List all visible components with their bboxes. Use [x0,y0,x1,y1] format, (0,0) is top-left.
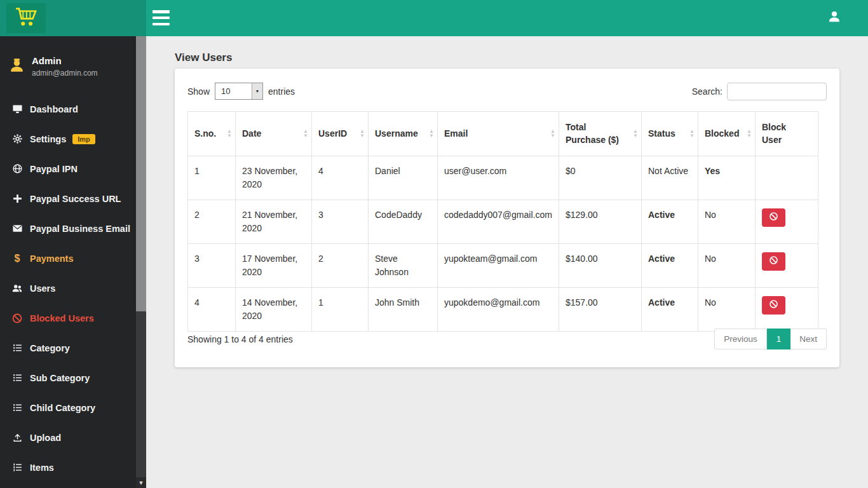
sort-icon: ▲▼ [227,129,232,138]
cell-date: 23 November, 2020 [236,156,312,200]
sidebar-item-paypal-ipn[interactable]: Paypal IPN [0,154,146,184]
cell-date: 21 November, 2020 [236,200,312,243]
chevron-down-icon: ▼ [139,480,144,486]
sidebar-toggle-button[interactable] [153,10,170,25]
column-header-userid[interactable]: UserID▲▼ [312,112,369,156]
sidebar-item-settings[interactable]: Settings Imp [0,124,146,154]
cell-username: Daniel [369,156,438,200]
cart-icon [14,5,38,32]
sidebar-item-label: Paypal Business Email [30,224,130,234]
cell-username: John Smith [369,287,438,331]
sidebar-item-dashboard[interactable]: Dashboard [0,94,146,124]
cell-status: Not Active [642,156,698,200]
block-user-button[interactable] [762,252,785,271]
cell-total: $129.00 [559,200,642,243]
cell-block-user [756,200,818,243]
sidebar-item-items[interactable]: Items [0,452,146,482]
sidebar-item-label: Upload [30,433,61,443]
sidebar-item-users[interactable]: Users [0,273,146,303]
search-input[interactable] [727,83,827,100]
account-menu-button[interactable] [826,10,843,26]
cell-email: codedaddy007@gmail.com [438,200,559,243]
cell-email: user@user.com [438,156,559,200]
column-header-username[interactable]: Username▲▼ [369,112,438,156]
page-title: View Users [175,51,232,64]
sidebar-item-upload[interactable]: Upload [0,423,146,452]
column-header-blocked[interactable]: Blocked▲▼ [698,112,756,156]
sidebar-scrollbar-thumb[interactable] [136,36,146,311]
select-dropdown-icon: ▼ [252,83,262,99]
column-header-sno[interactable]: S.no.▲▼ [188,112,236,156]
list-icon [10,402,24,413]
cell-total: $140.00 [559,243,642,287]
sort-icon: ▲▼ [747,129,752,138]
ban-icon [769,212,778,223]
sidebar-item-label: Items [30,463,54,473]
cell-block-user [756,243,818,287]
dollar-icon: $ [10,253,24,264]
page-length-select[interactable]: 10 ▼ [215,83,263,100]
users-table: S.no.▲▼ Date▲▼ UserID▲▼ Username▲▼ Email… [187,111,818,332]
sidebar-item-label: Dashboard [30,104,78,114]
table-row: 3 17 November, 2020 2 Steve Johnson yupo… [188,243,818,287]
cell-block-user [756,287,818,331]
upload-icon [10,432,24,443]
sidebar-item-paypal-success-url[interactable]: Paypal Success URL [0,184,146,214]
pagination-previous[interactable]: Previous [714,329,767,349]
sidebar-item-label: Paypal IPN [30,164,78,174]
search-label: Search: [692,86,722,97]
cell-block-user [756,156,818,200]
sidebar-item-category[interactable]: Category [0,333,146,363]
entries-label: entries [268,86,295,97]
ban-icon [769,299,778,311]
sort-icon: ▲▼ [429,129,434,138]
cell-blocked: No [698,243,756,287]
cell-username: CodeDaddy [369,200,438,243]
sidebar-item-blocked-users[interactable]: Blocked Users [0,303,146,333]
block-user-button[interactable] [762,208,785,227]
topbar [0,0,868,36]
list-icon [10,372,24,383]
sidebar-item-label: Sub Category [30,373,90,383]
column-header-total-purchase[interactable]: Total Purchase ($)▲▼ [559,112,642,156]
sidebar: Admin admin@admin.com Dashboard Settings… [0,36,146,488]
cell-total: $0 [559,156,642,200]
cell-username: Steve Johnson [369,243,438,287]
imp-badge: Imp [72,134,95,144]
column-header-status[interactable]: Status▲▼ [642,112,698,156]
sidebar-item-child-category[interactable]: Child Category [0,393,146,423]
sidebar-item-label: Settings [30,134,66,144]
table-info: Showing 1 to 4 of 4 entries [187,334,293,344]
profile-name: Admin [32,55,98,66]
pagination: Previous 1 Next [714,329,827,349]
cell-userid: 3 [312,200,369,243]
sidebar-item-label: Blocked Users [30,313,94,323]
cell-blocked: No [698,287,756,331]
pagination-next[interactable]: Next [790,329,827,349]
cell-status: Active [642,243,698,287]
sidebar-item-label: Payments [30,254,74,264]
cell-sno: 4 [188,287,236,331]
page-length-value: 10 [215,83,252,99]
sidebar-item-sub-category[interactable]: Sub Category [0,363,146,393]
hamburger-icon [153,10,170,13]
column-header-block-user[interactable]: Block User [756,112,818,156]
sidebar-item-payments[interactable]: $ Payments [0,243,146,273]
table-header-row: S.no.▲▼ Date▲▼ UserID▲▼ Username▲▼ Email… [188,112,818,156]
search-control: Search: [692,83,827,100]
users-icon [10,283,24,294]
cell-email: yupokteam@gmail.com [438,243,559,287]
table-row: 2 21 November, 2020 3 CodeDaddy codedadd… [188,200,818,243]
pagination-page-1[interactable]: 1 [767,329,791,349]
sidebar-nav: Dashboard Settings Imp Paypal IPN Paypal… [0,94,146,482]
sort-icon: ▲▼ [360,129,365,138]
block-user-button[interactable] [762,296,785,315]
sort-icon: ▲▼ [689,129,695,138]
column-header-email[interactable]: Email▲▼ [438,112,559,156]
scroll-down-button[interactable]: ▼ [136,477,146,488]
column-header-date[interactable]: Date▲▼ [236,112,312,156]
list-ol-icon [10,462,24,473]
sidebar-item-label: Category [30,343,70,353]
sidebar-item-paypal-business-email[interactable]: Paypal Business Email [0,214,146,243]
logo-home-link[interactable] [0,0,146,36]
